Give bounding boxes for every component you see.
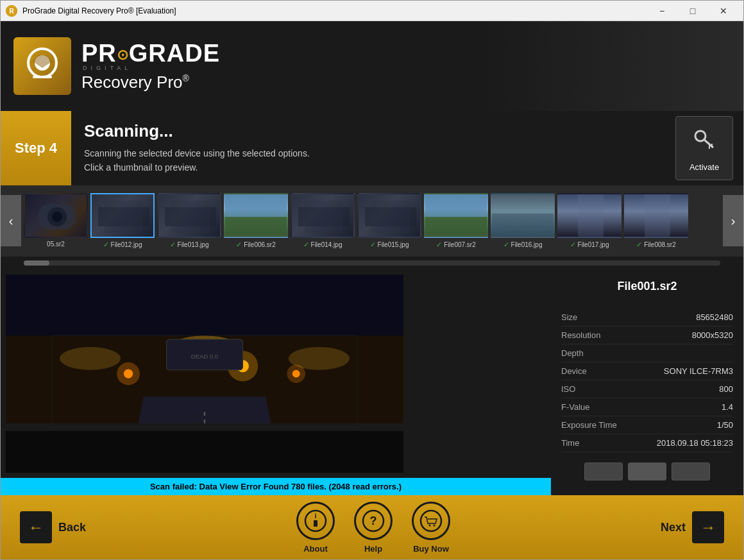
app-header: PR⊙GRADE DIGITAL Recovery Pro®: [1, 21, 743, 111]
svg-rect-4: [33, 76, 52, 78]
svg-text:?: ?: [370, 514, 377, 527]
thumb-nav-right[interactable]: ›: [723, 195, 743, 246]
svg-point-12: [52, 212, 62, 222]
file-info-panel: File001.sr2 Size 85652480 Resolution 800…: [551, 269, 743, 495]
thumbnail-item[interactable]: ✓File017.jpg: [557, 193, 621, 249]
device-label: Device: [561, 366, 587, 376]
buynow-item[interactable]: Buy Now: [412, 502, 450, 554]
exposure-label: Exposure Time: [561, 420, 617, 430]
check-icon: ✓: [436, 241, 442, 249]
exposure-value: 1/50: [717, 420, 733, 430]
svg-rect-16: [171, 201, 210, 233]
time-value: 2018.09.18 05:18:23: [657, 438, 733, 448]
scroll-track[interactable]: [24, 260, 720, 266]
preview-area: DEAD 0.0 Scan failed: Data View Error Fo…: [1, 269, 743, 495]
help-label: Help: [364, 544, 382, 554]
info-row-fvalue: F-Value 1.4: [561, 398, 733, 416]
thumbnail-item[interactable]: ✓File013.jpg: [157, 193, 221, 249]
svg-point-54: [434, 524, 435, 526]
status-bar: Scan failed: Data View Error Found 780 f…: [1, 478, 551, 495]
scroll-strip: [1, 257, 743, 269]
size-value: 85652480: [696, 312, 733, 322]
buynow-label: Buy Now: [413, 544, 449, 554]
preview-image[interactable]: DEAD 0.0: [6, 275, 403, 473]
logo-text-block: PR⊙GRADE DIGITAL Recovery Pro®: [81, 40, 220, 92]
key-icon: [690, 124, 718, 158]
svg-rect-20: [305, 201, 343, 233]
svg-text:DEAD 0.0: DEAD 0.0: [191, 353, 218, 360]
svg-point-51: [421, 511, 441, 531]
back-arrow-icon: ←: [20, 511, 52, 543]
step-desc-line2: Click a thumbnail to preview.: [84, 160, 731, 174]
iso-value: 800: [719, 384, 733, 394]
thumbnail-item[interactable]: ✓File012.jpg: [90, 193, 155, 249]
svg-rect-26: [578, 194, 604, 238]
size-label: Size: [561, 312, 577, 322]
app-content: PR⊙GRADE DIGITAL Recovery Pro® Step 4 Sc…: [1, 21, 743, 559]
next-label: Next: [661, 521, 686, 534]
preview-scene-svg: DEAD 0.0: [6, 275, 403, 473]
activate-button[interactable]: Activate: [675, 116, 733, 180]
svg-point-53: [429, 524, 431, 526]
svg-point-38: [287, 364, 305, 383]
thumbnail-item[interactable]: ✓File014.jpg: [291, 193, 355, 249]
window-title: ProGrade Digital Recovery Pro® [Evaluati…: [22, 6, 647, 15]
resolution-value: 8000x5320: [692, 330, 733, 340]
help-item[interactable]: ? Help: [354, 502, 393, 554]
thumbnail-item[interactable]: ✓File007.sr2: [424, 193, 488, 249]
thumbnail-filename: ✓File008.sr2: [636, 241, 675, 249]
svg-rect-24: [425, 194, 488, 217]
svg-rect-48: [314, 520, 317, 527]
svg-rect-17: [225, 217, 288, 238]
logo-recovery: Recovery Pro®: [81, 72, 220, 92]
thumbnail-filename: ✓File016.jpg: [503, 241, 543, 249]
svg-rect-25: [492, 214, 555, 238]
thumbnail-filename: ✓File007.sr2: [436, 241, 475, 249]
minimize-button[interactable]: −: [647, 1, 677, 21]
back-button[interactable]: ← Back: [20, 511, 86, 543]
thumbnail-filename: ✓File006.sr2: [236, 241, 275, 249]
step-desc-line1: Scanning the selected device using the s…: [84, 146, 731, 160]
thumbnail-filename: 05.sr2: [47, 241, 65, 248]
svg-point-34: [117, 362, 140, 386]
maximize-button[interactable]: □: [678, 1, 707, 21]
svg-rect-18: [225, 194, 288, 217]
thumbnail-item[interactable]: 05.sr2: [24, 193, 88, 249]
depth-label: Depth: [561, 348, 584, 358]
check-icon: ✓: [236, 241, 242, 249]
preview-btn-3[interactable]: [672, 462, 710, 480]
svg-rect-14: [105, 201, 143, 233]
thumb-nav-left[interactable]: ‹: [1, 195, 21, 246]
check-icon: ✓: [636, 241, 642, 249]
svg-text:R: R: [9, 8, 14, 15]
preview-btn-1[interactable]: [584, 462, 623, 480]
bottom-nav: ← Back i About: [1, 495, 743, 559]
next-arrow-icon: →: [692, 511, 724, 543]
svg-rect-22: [371, 201, 410, 233]
next-button[interactable]: Next →: [661, 511, 724, 543]
about-icon: i: [296, 502, 335, 540]
about-item[interactable]: i About: [296, 502, 335, 554]
thumbnail-item[interactable]: ✓File016.jpg: [491, 193, 555, 249]
info-row-device: Device SONY ILCE-7RM3: [561, 362, 733, 380]
fvalue-value: 1.4: [722, 402, 733, 412]
window-controls: − □ ✕: [647, 1, 738, 21]
bottom-icons: i About ? Help: [296, 502, 450, 554]
step-title: Scanning...: [84, 121, 731, 141]
svg-rect-23: [425, 217, 488, 238]
thumbnail-item[interactable]: ✓File008.sr2: [624, 193, 688, 249]
help-icon: ?: [354, 502, 393, 540]
info-row-resolution: Resolution 8000x5320: [561, 327, 733, 344]
preview-btn-2[interactable]: [628, 462, 666, 480]
thumbnail-item[interactable]: ✓File015.jpg: [357, 193, 421, 249]
thumbnail-item[interactable]: ✓File006.sr2: [224, 193, 288, 249]
iso-label: ISO: [561, 384, 575, 394]
about-label: About: [303, 544, 328, 554]
back-label: Back: [58, 521, 86, 534]
step-bar: Step 4 Scanning... Scanning the selected…: [1, 111, 743, 185]
check-icon: ✓: [303, 241, 309, 249]
scroll-thumb[interactable]: [24, 260, 49, 266]
close-button[interactable]: ✕: [709, 1, 738, 21]
svg-rect-27: [645, 194, 670, 238]
preview-buttons: [561, 462, 733, 480]
